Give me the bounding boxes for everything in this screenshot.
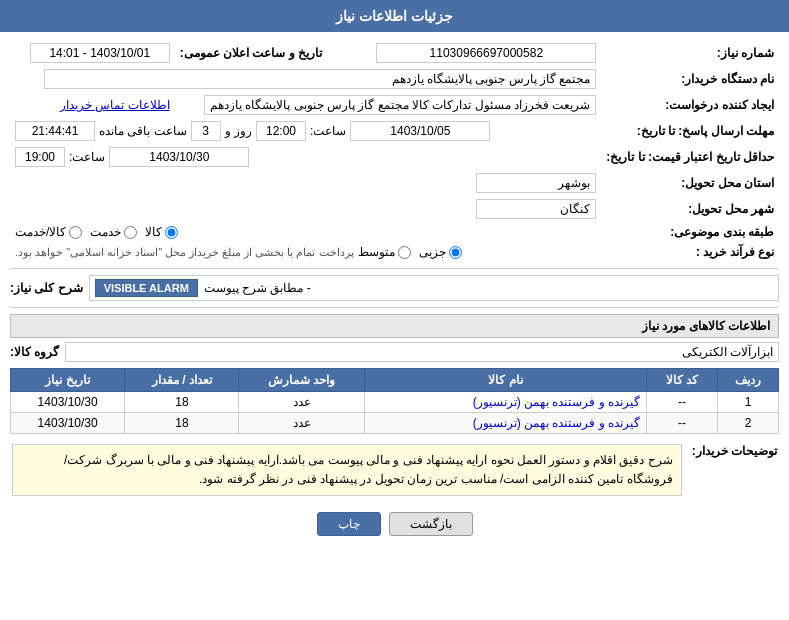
cell-tedad: 18	[125, 392, 239, 413]
hadaqal-saat-label: ساعت:	[69, 150, 105, 164]
col-tedad: تعداد / مقدار	[125, 369, 239, 392]
kalaha-section-title: اطلاعات کالاهای مورد نیاز	[10, 314, 779, 338]
mohlat-saat-value: 12:00	[256, 121, 306, 141]
group-kala-label: گروه کالا:	[10, 345, 59, 359]
hadaqal-label: حداقل تاریخ اعتبار قیمت: تا تاریخ:	[601, 144, 779, 170]
table-row: 1 -- گیرنده و فرستنده بهمن (ترنسیور) عدد…	[11, 392, 779, 413]
cell-kod: --	[647, 413, 718, 434]
ettelaat-tamas-link[interactable]: اطلاعات تماس خریدار	[60, 98, 170, 112]
mohlat-baqi-value: 21:44:41	[15, 121, 95, 141]
info-table: شماره نیاز: 11030966697000582 تاریخ و سا…	[10, 40, 779, 262]
ostan-value: بوشهر	[476, 173, 596, 193]
mohlat-roz-label: روز و	[225, 124, 252, 138]
tabaqa-radio-khedmat[interactable]	[124, 226, 137, 239]
nav-farand-label: نوع فرآند خرید :	[601, 242, 779, 262]
ejad-konande-label: ایجاد کننده درخواست:	[601, 92, 779, 118]
ejad-konande-value: شریعت فخرزاد مسئول تدارکات کالا مجتمع گا…	[204, 95, 596, 115]
tarikh-label: تاریخ و ساعت اعلان عمومی:	[175, 40, 332, 66]
cell-tarikh: 1403/10/30	[11, 413, 125, 434]
buyer-notes-table: توضیحات خریدار: شرح دقیق اقلام و دستور ا…	[10, 442, 779, 504]
mohlat-mande-label: ساعت باقی مانده	[99, 124, 187, 138]
page-title: جزئیات اطلاعات نیاز	[336, 8, 453, 24]
tabaqa-radio-kala[interactable]	[165, 226, 178, 239]
cell-tedad: 18	[125, 413, 239, 434]
main-content: شماره نیاز: 11030966697000582 تاریخ و سا…	[0, 32, 789, 544]
nav-farand-option-motavas[interactable]: متوسط	[358, 245, 411, 259]
cell-kod: --	[647, 392, 718, 413]
page-header: جزئیات اطلاعات نیاز	[0, 0, 789, 32]
print-button[interactable]: چاپ	[317, 512, 381, 536]
sharh-koli-label: شرح کلی نیاز:	[10, 281, 83, 295]
divider-1	[10, 268, 779, 269]
col-radif: ردیف	[718, 369, 779, 392]
tabaqa-option-kala[interactable]: کالا	[145, 225, 178, 239]
sharh-koli-box: VISIBLE ALARM - مطابق شرح پیوست	[89, 275, 779, 301]
group-kala-value: ابزارآلات الکتریکی	[65, 342, 779, 362]
mohlat-label: مهلت ارسال پاسخ: تا تاریخ:	[601, 118, 779, 144]
tabaqa-option-kala-khedmat[interactable]: کالا/خدمت	[15, 225, 82, 239]
back-button[interactable]: بازگشت	[389, 512, 473, 536]
page-container: جزئیات اطلاعات نیاز شماره نیاز: 11030966…	[0, 0, 789, 620]
cell-radif: 1	[718, 392, 779, 413]
tabaqa-label: طبقه بندی موضوعی:	[601, 222, 779, 242]
mohlat-saat-label: ساعت:	[310, 124, 346, 138]
nav-farand-radio-jozi[interactable]	[449, 246, 462, 259]
shahr-value: کنگان	[476, 199, 596, 219]
nav-farand-radio-group: متوسط جزیی	[358, 245, 462, 259]
nav-farand-radio-motavas[interactable]	[398, 246, 411, 259]
col-name: نام کالا	[365, 369, 647, 392]
mohlat-roz-value: 3	[191, 121, 221, 141]
tawzih-label: توضیحات خریدار:	[684, 444, 777, 502]
cell-name[interactable]: گیرنده و فرستنده بهمن (ترنسیور)	[365, 392, 647, 413]
nav-farand-option-jozi[interactable]: جزیی	[419, 245, 462, 259]
col-kod: کد کالا	[647, 369, 718, 392]
tabaqa-radio-kala-khedmat[interactable]	[69, 226, 82, 239]
hadaqal-saat-value: 19:00	[15, 147, 65, 167]
alarm-badge-prefix: - مطابق شرح پیوست	[204, 281, 311, 295]
tabaqa-option-khedmat[interactable]: خدمت	[90, 225, 137, 239]
cell-vahed: عدد	[239, 392, 365, 413]
nam-dastgah-label: نام دستگاه خریدار:	[601, 66, 779, 92]
ostan-label: استان محل تحویل:	[601, 170, 779, 196]
cell-tarikh: 1403/10/30	[11, 392, 125, 413]
group-row: گروه کالا: ابزارآلات الکتریکی	[10, 342, 779, 362]
col-tarikh: تاریخ نیاز	[11, 369, 125, 392]
shomara-label: شماره نیاز:	[601, 40, 779, 66]
buyer-notes-text: شرح دقیق اقلام و دستور العمل نحوه ارایه …	[12, 444, 682, 496]
nav-farand-row: پرداخت تمام یا بخشی از مبلغ خریداز محل "…	[15, 245, 596, 259]
shahr-label: شهر محل تحویل:	[601, 196, 779, 222]
cell-name[interactable]: گیرنده و فرستنده بهمن (ترنسیور)	[365, 413, 647, 434]
cell-vahed: عدد	[239, 413, 365, 434]
mohlat-date-value: 1403/10/05	[350, 121, 490, 141]
hadaqal-date-value: 1403/10/30	[109, 147, 249, 167]
alarm-badge: VISIBLE ALARM	[95, 279, 198, 297]
shomara-value: 11030966697000582	[376, 43, 596, 63]
col-vahed: واحد شمارش	[239, 369, 365, 392]
divider-2	[10, 307, 779, 308]
nam-dastgah-value: مجتمع گاز پارس جنوبی پالایشگاه یازدهم	[44, 69, 596, 89]
tarikh-value: 1403/10/01 - 14:01	[30, 43, 170, 63]
sharh-koli-row: شرح کلی نیاز: VISIBLE ALARM - مطابق شرح …	[10, 275, 779, 301]
cell-radif: 2	[718, 413, 779, 434]
nav-farand-note: پرداخت تمام یا بخشی از مبلغ خریداز محل "…	[15, 246, 354, 259]
footer-buttons: بازگشت چاپ	[10, 512, 779, 536]
tabaqa-radio-group: کالا/خدمت خدمت کالا	[15, 225, 596, 239]
table-row: 2 -- گیرنده و فرستنده بهمن (ترنسیور) عدد…	[11, 413, 779, 434]
items-table: ردیف کد کالا نام کالا واحد شمارش تعداد /…	[10, 368, 779, 434]
